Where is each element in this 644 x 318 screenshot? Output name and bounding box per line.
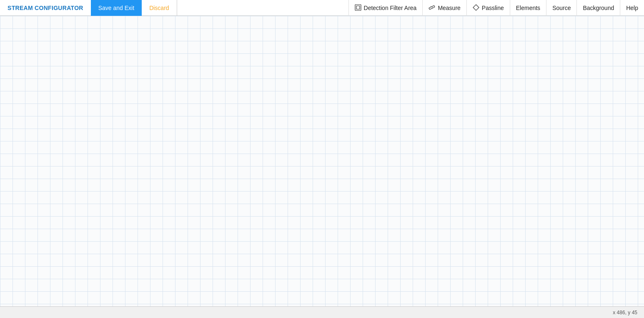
toolbar-nav: Detection Filter Area Measure Passline xyxy=(348,0,644,16)
save-button[interactable]: Save and Exit xyxy=(91,0,142,16)
svg-marker-5 xyxy=(473,5,479,10)
svg-rect-1 xyxy=(356,6,360,9)
nav-item-elements[interactable]: Elements xyxy=(510,0,546,16)
measure-label: Measure xyxy=(438,5,460,11)
elements-label: Elements xyxy=(516,5,540,11)
help-label: Help xyxy=(626,5,638,11)
coordinates-display: x 486, y 45 xyxy=(613,310,637,315)
nav-item-help[interactable]: Help xyxy=(620,0,644,16)
nav-item-background[interactable]: Background xyxy=(576,0,620,16)
source-label: Source xyxy=(552,5,571,11)
svg-line-4 xyxy=(432,7,433,8)
toolbar: STREAM CONFIGURATOR Save and Exit Discar… xyxy=(0,0,644,16)
nav-item-detection-filter-area[interactable]: Detection Filter Area xyxy=(348,0,423,16)
app-title: STREAM CONFIGURATOR xyxy=(0,5,91,11)
grid-canvas xyxy=(0,16,644,306)
discard-button[interactable]: Discard xyxy=(142,0,177,16)
measure-icon xyxy=(428,4,435,12)
nav-item-source[interactable]: Source xyxy=(546,0,576,16)
passline-label: Passline xyxy=(482,5,504,11)
nav-item-passline[interactable]: Passline xyxy=(466,0,510,16)
svg-rect-2 xyxy=(429,5,435,10)
svg-rect-0 xyxy=(355,5,361,10)
passline-icon xyxy=(473,4,479,12)
detection-filter-area-icon xyxy=(355,4,361,12)
background-label: Background xyxy=(583,5,614,11)
detection-filter-area-label: Detection Filter Area xyxy=(364,5,417,11)
nav-item-measure[interactable]: Measure xyxy=(422,0,466,16)
canvas-area[interactable] xyxy=(0,16,644,306)
status-bar: x 486, y 45 xyxy=(0,306,644,318)
